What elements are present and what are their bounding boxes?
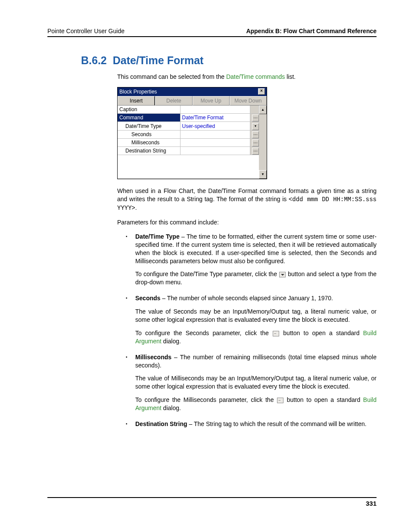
scroll-down-icon[interactable]: ▼ <box>259 170 267 179</box>
insert-button[interactable]: Insert <box>118 96 155 106</box>
datetime-type-dropdown-button[interactable]: ▼ <box>250 122 259 131</box>
param-destination-string: Destination String – The String tag to w… <box>126 420 377 428</box>
seconds-value[interactable] <box>180 131 250 139</box>
destination-value[interactable] <box>180 147 250 155</box>
dialog-toolbar: Insert Delete Move Up Move Down <box>118 96 267 106</box>
param-sub: To configure the Date/Time Type paramete… <box>135 270 377 286</box>
param-sub: The value of Milliseconds may be an Inpu… <box>135 374 377 391</box>
moveup-button: Move Up <box>193 96 230 106</box>
row-milliseconds: Milliseconds ··· <box>118 139 259 147</box>
param-sub: The value of Seconds may be an Input/Mem… <box>135 308 377 324</box>
page-header: Pointe Controller User Guide Appendix B:… <box>47 28 377 34</box>
header-left: Pointe Controller User Guide <box>47 28 125 34</box>
footer-rule <box>47 497 377 498</box>
ellipsis-icon <box>277 398 283 403</box>
milliseconds-value[interactable] <box>180 139 250 147</box>
parameters-intro: Parameters for this command include: <box>117 218 377 227</box>
datetime-type-value[interactable]: User-specified <box>180 122 250 131</box>
header-right: Appendix B: Flow Chart Command Reference <box>246 28 377 34</box>
section-title-text: Date/Time Format <box>113 54 204 66</box>
scroll-up-icon[interactable]: ▲ <box>259 106 267 114</box>
datetime-type-label: Date/Time Type <box>118 122 180 131</box>
milliseconds-ellipsis-button[interactable]: ··· <box>250 139 259 147</box>
param-name: Milliseconds <box>135 354 171 361</box>
delete-button: Delete <box>155 96 192 106</box>
property-table: Caption Command Date/Time Format ··· Dat… <box>118 106 259 179</box>
param-name: Destination String <box>135 420 187 427</box>
intro-paragraph: This command can be selected from the Da… <box>117 73 377 81</box>
dropdown-icon <box>279 272 286 277</box>
header-rule <box>47 36 377 37</box>
ellipsis-icon <box>273 331 279 336</box>
section-heading: B.6.2 Date/Time Format <box>81 54 377 67</box>
param-datetime-type: Date/Time Type – The time to be formatte… <box>126 233 377 286</box>
caption-blank-btn <box>250 106 259 114</box>
page-footer: 331 <box>47 497 377 507</box>
description-paragraph: When used in a Flow Chart, the Date/Time… <box>117 187 377 212</box>
block-properties-dialog: Block Properties × Insert Delete Move Up… <box>117 87 267 179</box>
command-label: Command <box>118 114 180 122</box>
row-destination: Destination String ··· <box>118 147 259 155</box>
page-number: 331 <box>366 500 377 507</box>
destination-ellipsis-button[interactable]: ··· <box>250 147 259 155</box>
param-sub: To configure the Seconds parameter, clic… <box>135 329 377 345</box>
row-caption: Caption <box>118 106 259 114</box>
seconds-label: Seconds <box>118 131 180 139</box>
param-sub: To configure the Milliseconds parameter,… <box>135 396 377 412</box>
row-empty <box>118 155 259 179</box>
destination-label: Destination String <box>118 147 180 155</box>
datetime-commands-link[interactable]: Date/Time commands <box>226 73 285 80</box>
command-value[interactable]: Date/Time Format <box>180 114 250 122</box>
caption-value[interactable] <box>180 106 250 114</box>
milliseconds-label: Milliseconds <box>118 139 180 147</box>
row-seconds: Seconds ··· <box>118 131 259 139</box>
param-name: Seconds <box>135 295 160 302</box>
parameter-list: Date/Time Type – The time to be formatte… <box>126 233 377 428</box>
param-milliseconds: Milliseconds – The number of remaining m… <box>126 353 377 412</box>
close-icon[interactable]: × <box>258 88 265 95</box>
row-command: Command Date/Time Format ··· <box>118 114 259 122</box>
row-datetime-type: Date/Time Type User-specified ▼ <box>118 122 259 131</box>
param-name: Date/Time Type <box>135 233 180 240</box>
command-ellipsis-button[interactable]: ··· <box>250 114 259 122</box>
movedown-button: Move Down <box>230 96 267 106</box>
dialog-grid: Caption Command Date/Time Format ··· Dat… <box>118 106 267 179</box>
dialog-titlebar: Block Properties × <box>118 87 267 96</box>
caption-label: Caption <box>118 106 180 114</box>
seconds-ellipsis-button[interactable]: ··· <box>250 131 259 139</box>
dialog-scrollbar[interactable]: ▲ ▼ <box>259 106 267 179</box>
param-seconds: Seconds – The number of whole seconds el… <box>126 294 377 345</box>
section-number: B.6.2 <box>81 54 107 66</box>
dialog-title-text: Block Properties <box>119 88 157 95</box>
